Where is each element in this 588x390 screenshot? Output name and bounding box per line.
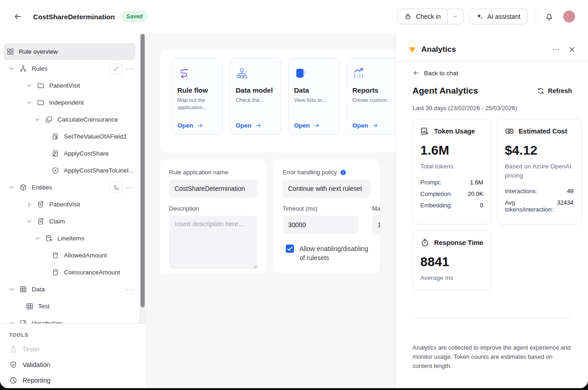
tree-item-rules[interactable]: Rules··· [4,60,136,77]
chevron-down-icon[interactable] [26,82,33,89]
chevron-down-icon[interactable] [34,116,41,123]
chevron-down-icon[interactable] [26,99,33,106]
chevron-down-icon [452,13,458,20]
chevron-right-icon[interactable] [26,201,33,208]
tree-item-calculatecoinsurance[interactable]: CalculateCoinsurance [4,111,136,128]
banknote-icon [505,127,514,136]
user-avatar[interactable] [563,11,575,22]
cubes-icon [45,116,53,123]
tree-item-label: SetTheValueOfAField1 [64,133,127,140]
refresh-label: Refresh [548,87,572,95]
metric-row: Embedding:0 [420,202,483,209]
description-label: Description [169,205,257,212]
sidebar-scrollbar-thumb[interactable] [141,34,145,307]
table-icon [19,285,27,293]
tree-item-setthevalueofafield1[interactable]: SetTheValueOfAField1 [4,128,136,145]
tree-item-label: Claim [49,218,65,225]
shortcut-card-title: Rule flow [177,86,217,94]
doc-plus-icon [37,201,45,208]
chevron-down-icon[interactable] [34,235,41,242]
analytics-panel-title: Analytics [421,45,456,54]
tree-item-test[interactable]: Test [4,298,136,315]
topbar-actions: Check in AI assistant [397,9,575,24]
analytics-divider [413,317,572,318]
tree-item-independent[interactable]: Independent [4,94,136,111]
tree-item-vocabulary[interactable]: Vocabulary [4,315,136,323]
ai-assistant-label: AI assistant [487,13,520,20]
metric-value: 1.6M [420,143,483,158]
tree-item-lineitems[interactable]: LineItems [4,230,136,247]
open-link[interactable]: Open [352,122,392,129]
analytics-card-token-usage: Token Usage1.6MTotal tokensPrompt:1.6MCo… [413,119,491,224]
ai-assistant-button[interactable]: AI assistant [469,9,527,24]
rule-application-card: Rule application name Description [160,160,266,273]
more-options-icon[interactable] [552,45,560,54]
cylinder-icon [51,251,59,259]
metric-title: Response Time [434,239,483,246]
tree-item-applycostsharetolinei[interactable]: ApplyCostShareToLineI... [4,162,136,179]
tree-item-patientvisit[interactable]: PatientVisit [4,196,136,213]
tree-item-patientvisit[interactable]: PatientVisit [4,77,136,94]
doc-plus-icon [37,217,45,225]
description-textarea[interactable] [169,216,257,269]
tool-item-tester: Tester [0,341,146,357]
chevron-down-icon[interactable] [8,65,15,72]
close-icon[interactable] [568,45,576,54]
back-to-chat-link[interactable]: Back to chat [413,69,572,77]
more-options-button[interactable]: ··· [126,286,134,293]
shortcut-card-rule-flow[interactable]: Rule flowMap out the application...Open [171,58,223,135]
tree-item-label: ApplyCostShareToLineI... [64,167,134,174]
refresh-icon [537,87,544,95]
chevron-down-icon[interactable] [8,286,15,293]
more-options-button[interactable]: ··· [126,65,134,72]
max-input[interactable] [372,216,380,234]
check-in-dropdown-button[interactable] [447,9,463,24]
analytics-card-estimated-cost: Estimated Cost$4.12Based on Azure OpenAI… [497,119,582,224]
tree-item-allowedamount[interactable]: AllowedAmount [4,247,136,264]
open-link[interactable]: Open [294,122,334,129]
open-link[interactable]: Open [177,122,217,129]
rule-app-name-input[interactable] [169,179,257,198]
chevron-down-icon[interactable] [8,320,15,323]
table-icon [26,302,34,310]
tool-item-reporting[interactable]: Reporting [0,373,146,388]
allow-rulesets-label: Allow enabling/disabling of rulesets [300,244,371,262]
analytics-period: Last 30 days (23/02/2026 - 25/03/2026) [413,105,572,111]
tree-item-rule-overview[interactable]: Rule overview [4,43,136,60]
error-policy-select[interactable] [283,179,371,198]
check-in-button[interactable]: Check in [398,13,447,20]
folder-icon [37,82,45,89]
schema-button[interactable] [110,182,123,193]
shortcut-card-data[interactable]: DataView lists to...Open [288,58,339,135]
sidebar-tree: Rule overviewRules···PatientVisitIndepen… [0,33,146,323]
grid-icon [6,48,14,56]
tree-item-entities[interactable]: Entities··· [4,179,136,196]
tool-item-validation[interactable]: Validation [0,357,146,373]
tree-item-label: LineItems [57,235,85,242]
open-link[interactable]: Open [236,122,275,129]
info-icon[interactable] [340,169,346,176]
metric-row: Interactions:49 [505,188,574,195]
more-options-button[interactable]: ··· [126,184,134,191]
rule-app-name-label: Rule application name [169,169,257,176]
squiggle-button[interactable] [110,63,123,74]
chevron-down-icon[interactable] [26,218,33,225]
timeout-input[interactable] [283,216,358,234]
tree-item-data[interactable]: Data··· [4,281,136,298]
shortcut-card-data-model[interactable]: Data modelCheck the...Open [230,58,281,135]
dbsolid-icon [294,67,306,79]
tree-item-applycostshare[interactable]: ApplyCostShare [4,145,136,162]
tree-item-coinsuranceamount[interactable]: CoinsuranceAmount [4,264,136,281]
refresh-button[interactable]: Refresh [537,87,572,95]
back-arrow-icon[interactable] [13,11,23,22]
shortcut-card-title: Reports [352,86,392,94]
metric-subtitle: Average ms [420,273,483,283]
shortcut-card-reports[interactable]: ReportsCreate custom...Open [346,58,395,135]
tree-item-label: PatientVisit [49,201,80,208]
shortcut-cards-panel: Rule flowMap out the application...OpenD… [160,50,395,152]
chevron-down-icon[interactable] [8,184,15,191]
notifications-bell-icon[interactable] [544,12,554,22]
tool-item-label: Validation [23,361,50,368]
tree-item-claim[interactable]: Claim [4,213,136,230]
allow-rulesets-checkbox[interactable] [286,245,294,253]
